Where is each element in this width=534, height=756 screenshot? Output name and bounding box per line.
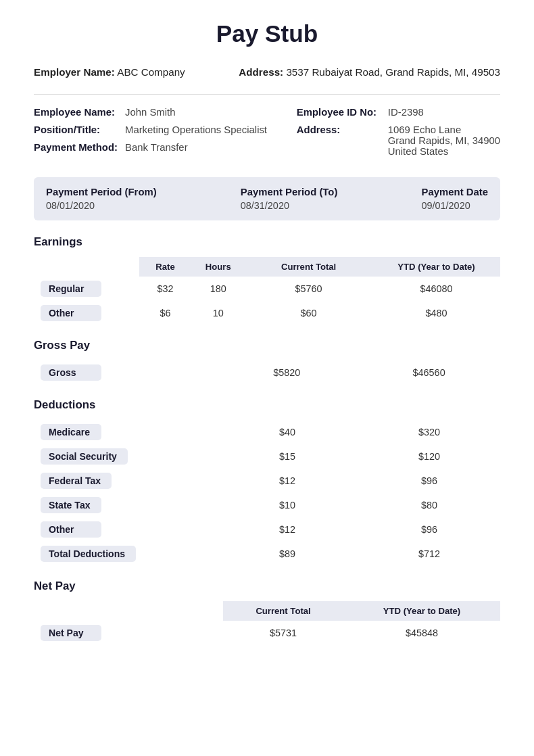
deductions-row: Total Deductions $89 $712 (34, 542, 500, 566)
gross-pay-table: Gross $5820 $46560 (34, 360, 500, 385)
employee-address: 1069 Echo Lane Grand Rapids, MI, 34900 U… (388, 124, 500, 157)
payment-method-label: Payment Method: (34, 142, 125, 153)
deductions-row: State Tax $10 $80 (34, 493, 500, 517)
earnings-rate-header: Rate (139, 257, 192, 277)
netpay-current-header: Current Total (223, 601, 343, 621)
deductions-row: Federal Tax $12 $96 (34, 469, 500, 493)
deductions-section-title: Deductions (34, 398, 500, 412)
net-pay-table: Current Total YTD (Year to Date) Net Pay… (34, 601, 500, 645)
employee-id-label: Employee ID No: (297, 107, 388, 118)
employee-section: Employee Name: John Smith Position/Title… (34, 107, 500, 164)
period-to: Payment Period (To) 08/31/2020 (241, 187, 338, 211)
employer-address-label: Address: (239, 66, 283, 78)
deductions-row: Other $12 $96 (34, 517, 500, 542)
period-from: Payment Period (From) 08/01/2020 (46, 187, 157, 211)
position-label: Position/Title: (34, 124, 125, 135)
earnings-table: Rate Hours Current Total YTD (Year to Da… (34, 257, 500, 325)
employee-id: ID-2398 (388, 107, 424, 118)
employer-header: Employer Name: ABC Company Address: 3537… (34, 66, 500, 78)
employee-name-label: Employee Name: (34, 107, 125, 118)
earnings-section-title: Earnings (34, 235, 500, 249)
page-title: Pay Stub (34, 20, 500, 47)
grosspay-row: Gross $5820 $46560 (34, 360, 500, 385)
gross-pay-section-title: Gross Pay (34, 339, 500, 352)
netpay-ytd-header: YTD (Year to Date) (343, 601, 500, 621)
earnings-row: Other $6 10 $60 $480 (34, 301, 500, 325)
earnings-hours-header: Hours (191, 257, 245, 277)
deductions-row: Medicare $40 $320 (34, 420, 500, 444)
net-pay-section-title: Net Pay (34, 580, 500, 593)
employee-position: Marketing Operations Specialist (125, 124, 267, 135)
earnings-current-header: Current Total (245, 257, 372, 277)
earnings-row: Regular $32 180 $5760 $46080 (34, 277, 500, 301)
employer-name: ABC Company (117, 66, 185, 78)
deductions-row: Social Security $15 $120 (34, 444, 500, 469)
employee-payment-method: Bank Transfer (125, 142, 188, 153)
deductions-table: Medicare $40 $320 Social Security $15 $1… (34, 420, 500, 566)
payment-period-bar: Payment Period (From) 08/01/2020 Payment… (34, 177, 500, 220)
netpay-row: Net Pay $5731 $45848 (34, 621, 500, 645)
employer-name-label: Employer Name: (34, 66, 115, 78)
employee-name: John Smith (125, 107, 175, 118)
employee-address-label: Address: (297, 124, 388, 135)
earnings-ytd-header: YTD (Year to Date) (372, 257, 500, 277)
employer-address: 3537 Rubaiyat Road, Grand Rapids, MI, 49… (286, 66, 500, 78)
payment-date: Payment Date 09/01/2020 (422, 187, 488, 211)
